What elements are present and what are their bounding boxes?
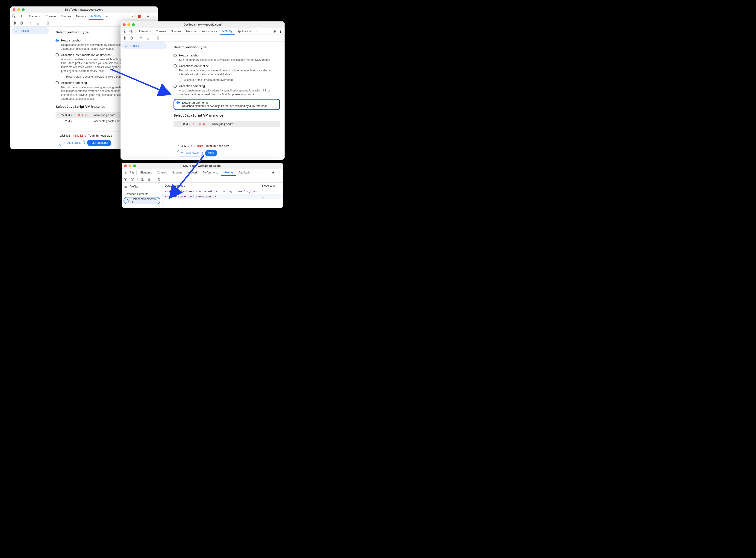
checkbox-icon[interactable] — [179, 79, 182, 82]
gear-icon[interactable] — [145, 14, 150, 19]
checkbox-icon[interactable] — [61, 75, 64, 78]
option-allocations-timeline[interactable]: Allocations on timeline Record memory al… — [174, 64, 280, 82]
tab-console[interactable]: Console — [43, 13, 58, 20]
close-icon[interactable] — [123, 23, 126, 26]
sliders-icon — [124, 185, 127, 188]
device-toggle-icon[interactable] — [129, 170, 135, 176]
minimize-icon[interactable] — [17, 8, 20, 11]
clear-icon[interactable] — [18, 20, 24, 26]
device-toggle-icon[interactable] — [18, 14, 24, 19]
tab-memory[interactable]: Memory — [89, 13, 103, 20]
maximize-icon[interactable] — [133, 164, 136, 167]
tab-sources[interactable]: Sources — [169, 28, 183, 34]
download-icon[interactable] — [146, 176, 152, 182]
sidebar-section-label: Detached elements — [122, 190, 162, 197]
option-allocation-sampling[interactable]: Allocation sampling Approximate memory a… — [174, 84, 280, 97]
load-profile-button[interactable]: Load profile — [177, 150, 203, 156]
device-toggle-icon[interactable] — [128, 28, 134, 34]
sliders-icon — [14, 29, 17, 32]
option-detached-elements[interactable]: Detached elements — [176, 101, 277, 104]
option-heap-snapshot[interactable]: Heap snapshot See the memory distributio… — [174, 54, 280, 62]
tab-console[interactable]: Console — [153, 28, 168, 34]
radio-icon[interactable] — [55, 39, 59, 42]
radio-icon[interactable] — [174, 54, 177, 57]
more-tabs-icon[interactable]: » — [255, 171, 260, 174]
warnings-badge[interactable]: ▲1 — [131, 15, 136, 18]
window-title: DevTools - www.google.com/ — [10, 8, 158, 11]
more-tabs-icon[interactable]: » — [104, 15, 109, 18]
clear-icon[interactable] — [128, 35, 134, 41]
tab-elements[interactable]: Elements — [137, 28, 153, 34]
tab-performance[interactable]: Performance — [200, 169, 221, 176]
tab-performance[interactable]: Performance — [199, 28, 220, 34]
sidebar-item-profiles[interactable]: Profiles — [122, 183, 162, 190]
kebab-icon[interactable] — [151, 14, 157, 19]
rate: ↑580 kB/s — [75, 113, 91, 117]
inspect-icon[interactable] — [123, 170, 129, 176]
window-title: DevTools - www.google.com/ — [121, 23, 284, 26]
record-icon[interactable] — [121, 35, 127, 41]
sidebar-item-label: Profiles — [129, 185, 139, 188]
inspect-icon[interactable] — [121, 28, 127, 34]
gear-icon[interactable] — [271, 28, 277, 34]
sidebar-item-profiles[interactable]: Profiles — [122, 43, 167, 49]
tab-memory[interactable]: Memory — [220, 28, 234, 34]
sidebar-item-label: Profiles — [20, 29, 29, 32]
tab-network[interactable]: Network — [185, 169, 200, 176]
load-profile-button[interactable]: Load profile — [59, 140, 85, 146]
kebab-icon[interactable] — [278, 28, 284, 34]
upload-icon[interactable] — [28, 20, 34, 26]
kebab-icon[interactable] — [276, 170, 282, 176]
radio-icon[interactable] — [174, 64, 177, 68]
start-button[interactable]: Start — [205, 150, 217, 156]
errors-badge[interactable]: !1 — [138, 15, 143, 18]
tab-sources[interactable]: Sources — [58, 13, 73, 20]
grid-row[interactable]: <div style="position: absolute; display:… — [162, 189, 283, 194]
gear-icon[interactable] — [270, 170, 276, 176]
download-icon — [35, 20, 41, 26]
tab-memory[interactable]: Memory — [221, 169, 236, 176]
upload-icon[interactable] — [138, 35, 144, 41]
minimize-icon[interactable] — [129, 164, 131, 167]
grid-header: Detached nodes Node count — [162, 183, 283, 189]
sliders-icon — [124, 44, 127, 48]
tab-network[interactable]: Network — [74, 13, 89, 20]
trash-icon — [45, 20, 51, 26]
radio-icon[interactable] — [174, 84, 177, 88]
tab-console[interactable]: Console — [155, 169, 169, 176]
upload-icon[interactable] — [140, 176, 145, 182]
tab-elements[interactable]: Elements — [138, 169, 154, 176]
red-dot-icon — [165, 191, 166, 193]
sidebar-item-label: Profiles — [130, 44, 139, 48]
tab-application[interactable]: Application — [235, 28, 253, 34]
maximize-icon[interactable] — [22, 8, 25, 11]
tab-elements[interactable]: Elements — [27, 13, 43, 20]
red-dot-icon — [165, 196, 166, 198]
radio-icon[interactable] — [55, 81, 59, 84]
record-icon[interactable] — [11, 20, 17, 26]
file-icon — [126, 199, 129, 202]
grid-row[interactable]: <fake-element></fake-element> 1 — [162, 194, 283, 199]
record-icon[interactable] — [123, 176, 129, 182]
inspect-icon[interactable] — [11, 14, 17, 19]
tab-network[interactable]: Network — [184, 28, 199, 34]
clear-icon[interactable] — [129, 176, 135, 182]
download-icon — [145, 35, 151, 41]
total-heap: 13.0 MB ↑3.1 kB/s Total JS heap size — [177, 145, 277, 148]
sidebar-item-profiles[interactable]: Profiles — [12, 27, 49, 34]
vm-row[interactable]: 13.0 MB ↑3.1 kB/s www.google.com — [174, 121, 280, 127]
tab-application[interactable]: Application — [236, 169, 254, 176]
close-icon[interactable] — [124, 164, 127, 167]
trash-icon[interactable] — [156, 176, 162, 182]
vm-instance-heading: Select JavaScript VM instance — [174, 113, 280, 117]
sidebar-item-detached-1[interactable]: Detached elements 1 — [124, 197, 160, 204]
radio-icon[interactable] — [55, 53, 59, 56]
window-title: DevTools - www.google.com/ — [122, 164, 283, 168]
radio-icon[interactable] — [176, 101, 180, 104]
tab-sources[interactable]: Sources — [170, 169, 184, 176]
maximize-icon[interactable] — [132, 23, 135, 26]
minimize-icon[interactable] — [127, 23, 130, 26]
more-tabs-icon[interactable]: » — [254, 29, 259, 33]
close-icon[interactable] — [13, 8, 16, 11]
take-snapshot-button[interactable]: Take snapshot — [87, 140, 111, 146]
